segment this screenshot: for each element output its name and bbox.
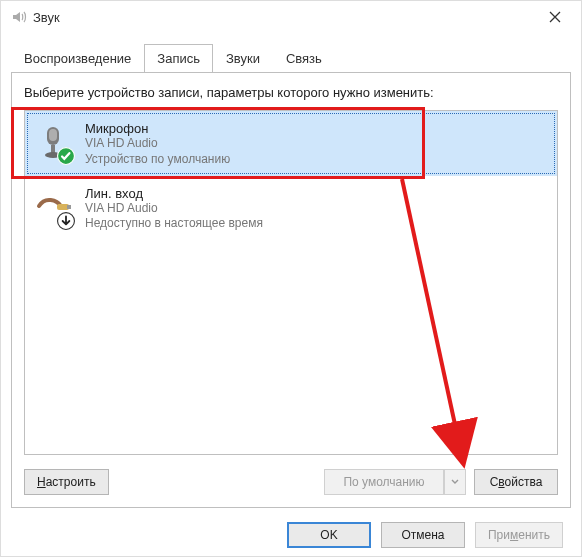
dialog-button-row: OK Отмена Применить [1,518,581,557]
set-default-dropdown: По умолчанию [324,469,466,495]
device-text: Лин. вход VIA HD Audio Недоступно в наст… [85,186,263,231]
properties-label-rest: ойства [505,475,543,489]
instruction-text: Выберите устройство записи, параметры ко… [24,85,558,100]
tab-communications[interactable]: Связь [273,44,335,73]
device-subtitle: VIA HD Audio [85,201,263,217]
device-list[interactable]: Микрофон VIA HD Audio Устройство по умол… [24,110,558,455]
set-default-arrow-button [444,469,466,495]
panel-bottom-row: Настроить По умолчанию Свойства [24,455,558,495]
window-title: Звук [33,10,60,25]
device-row-line-in[interactable]: Лин. вход VIA HD Audio Недоступно в наст… [25,176,557,241]
apply-button: Применить [475,522,563,548]
ok-label: OK [320,528,337,542]
apply-label-rest: енить [518,528,550,542]
device-status: Недоступно в настоящее время [85,216,263,230]
svg-rect-6 [67,205,71,209]
tab-sounds[interactable]: Звуки [213,44,273,73]
configure-button[interactable]: Настроить [24,469,109,495]
properties-button[interactable]: Свойства [474,469,558,495]
microphone-icon [33,123,73,163]
device-subtitle: VIA HD Audio [85,136,230,152]
tab-recording[interactable]: Запись [144,44,213,73]
tab-label: Воспроизведение [24,51,131,66]
titlebar: Звук [1,1,581,33]
device-text: Микрофон VIA HD Audio Устройство по умол… [85,121,230,166]
tab-label: Запись [157,51,200,66]
device-title: Микрофон [85,121,230,136]
device-row-microphone[interactable]: Микрофон VIA HD Audio Устройство по умол… [25,111,557,176]
tab-strip: Воспроизведение Запись Звуки Связь [1,33,581,72]
close-icon [549,11,561,23]
chevron-down-icon [451,478,459,486]
tab-playback[interactable]: Воспроизведение [11,44,144,73]
down-arrow-badge-icon [57,212,75,230]
configure-label-rest: астроить [46,475,96,489]
svg-rect-2 [51,145,55,153]
cancel-button[interactable]: Отмена [381,522,465,548]
cancel-label: Отмена [401,528,444,542]
tab-label: Связь [286,51,322,66]
ok-button[interactable]: OK [287,522,371,548]
set-default-label: По умолчанию [343,475,424,489]
speaker-icon [11,9,27,25]
close-button[interactable] [535,3,575,31]
check-badge-icon [57,147,75,165]
device-title: Лин. вход [85,186,263,201]
device-status: Устройство по умолчанию [85,152,230,166]
sound-dialog: Звук Воспроизведение Запись Звуки Связь … [0,0,582,557]
set-default-button: По умолчанию [324,469,444,495]
tab-panel: Выберите устройство записи, параметры ко… [11,72,571,508]
svg-rect-1 [49,129,57,141]
tab-label: Звуки [226,51,260,66]
line-in-icon [33,188,73,228]
